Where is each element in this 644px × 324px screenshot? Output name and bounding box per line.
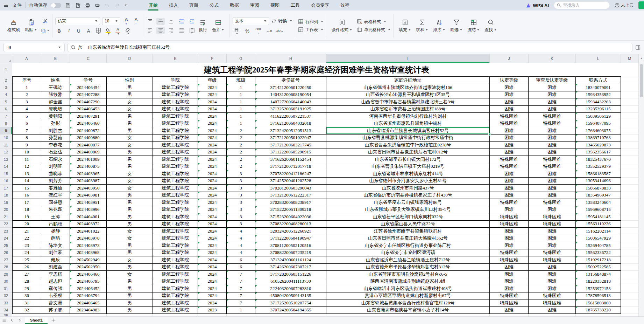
table-header-cell[interactable]: 班级 <box>227 76 255 84</box>
cell[interactable]: 山东省德州市平原县张华镇郑官屯村312号 <box>326 264 490 271</box>
cell[interactable]: 山东省临沂市河东区汤头街道崔家疃村408号 <box>326 285 490 292</box>
cell[interactable]: 3 <box>227 206 255 214</box>
cell[interactable]: 困难 <box>490 149 529 156</box>
cloud-status[interactable]: 未上云 <box>615 2 634 8</box>
cell[interactable]: 28 <box>12 278 41 285</box>
cell[interactable]: 7 <box>12 127 41 135</box>
cell[interactable]: 2024400880 <box>70 135 107 142</box>
cell[interactable]: 郭晓敏 <box>41 106 70 113</box>
cell[interactable]: 建筑工程学院 <box>153 299 198 307</box>
cell[interactable]: 13869710763 <box>576 135 621 142</box>
column-header[interactable]: F <box>198 54 227 63</box>
table-header-cell[interactable]: 身份证号 <box>255 76 326 84</box>
empty-cell[interactable] <box>621 314 638 316</box>
cell[interactable]: 2024406465 <box>70 299 107 307</box>
increase-decimal-button[interactable]: ←.0 <box>265 27 273 35</box>
cell[interactable]: 山东省曹县桃源集镇常庙中街行政村常庙中街 <box>326 135 490 142</box>
cell[interactable]: 371626200601152454 <box>255 156 326 163</box>
cell[interactable]: 特殊困难 <box>490 113 529 120</box>
cell[interactable]: 18325437670 <box>576 156 621 163</box>
cell[interactable]: 2024403951 <box>70 199 107 206</box>
empty-cell[interactable] <box>621 135 638 142</box>
row-header[interactable]: 15 <box>0 170 12 178</box>
empty-cell[interactable] <box>621 120 638 127</box>
cell[interactable]: 6 <box>227 264 255 271</box>
cell[interactable]: 男 <box>107 213 153 221</box>
cell[interactable]: 7 <box>227 278 255 285</box>
cell[interactable]: 12 <box>12 163 41 171</box>
row-header[interactable]: 5 <box>0 98 12 106</box>
redo-icon[interactable] <box>114 2 120 8</box>
font-size-select[interactable]: 10 <box>102 17 120 25</box>
cell[interactable]: 2024403968 <box>70 249 107 257</box>
cell[interactable]: 山东省曹县朱洪庙镇王大庙村0219号 <box>326 163 490 171</box>
column-header[interactable]: K <box>529 54 576 63</box>
cell[interactable]: 2024403972 <box>70 221 107 228</box>
column-header[interactable]: C <box>70 54 107 63</box>
cell[interactable]: 朱兆磊 <box>41 206 70 214</box>
cell[interactable]: 2 <box>227 156 255 163</box>
cell[interactable]: 2024502949 <box>70 256 107 264</box>
cell[interactable]: 2024 <box>198 84 227 91</box>
cell[interactable]: 2024403950 <box>70 185 107 192</box>
cell[interactable]: 困难 <box>529 278 576 285</box>
cell[interactable]: 建筑工程学院 <box>153 113 198 120</box>
cell[interactable]: 男 <box>107 307 153 314</box>
row-header[interactable]: 3 <box>0 84 12 91</box>
cell[interactable]: 困难 <box>490 264 529 271</box>
column-header[interactable]: E <box>153 54 198 63</box>
copy-button[interactable] <box>41 27 49 34</box>
cell[interactable]: 7 <box>227 285 255 292</box>
cell[interactable]: 4 <box>227 228 255 235</box>
cell[interactable]: 371321200612222317 <box>255 192 326 199</box>
row-header[interactable]: 2 <box>0 76 12 84</box>
cell[interactable]: 17878596513 <box>576 292 621 300</box>
cell[interactable]: 2024 <box>198 292 227 300</box>
tab-view[interactable]: 视图 <box>270 0 280 10</box>
underline-button[interactable]: U <box>75 27 83 35</box>
cell[interactable]: 10 <box>12 149 41 156</box>
global-search[interactable] <box>554 1 610 9</box>
cell[interactable]: 山东省诸城市林家村镇东红村414号 <box>326 170 490 178</box>
cell[interactable]: 2024 <box>198 142 227 149</box>
cell[interactable]: 2024 <box>198 242 227 249</box>
fx-icon[interactable]: fx <box>78 44 82 50</box>
cell[interactable]: 32 <box>12 307 41 314</box>
cell[interactable]: 2024406794 <box>70 292 107 300</box>
cell[interactable]: 2024406460 <box>70 120 107 127</box>
cell[interactable]: 建筑工程学院 <box>153 235 198 242</box>
cell[interactable]: 山东省日照市莒县夏庄镇大略疃村362号 <box>326 235 490 242</box>
cell[interactable]: 石亚达 <box>41 149 70 156</box>
search-input[interactable] <box>563 3 601 8</box>
cell[interactable]: 陕西省渭南市蒲城县荆姚镇赵家村3组 <box>326 278 490 285</box>
cell[interactable]: 建筑工程学院 <box>153 127 198 135</box>
align-right-button[interactable] <box>167 27 175 34</box>
cell[interactable]: 特殊困难 <box>529 221 576 228</box>
cell[interactable]: 困难 <box>490 271 529 278</box>
align-left-button[interactable] <box>146 27 154 34</box>
table-header-cell[interactable]: 姓名 <box>41 76 70 84</box>
cell[interactable]: 特殊困难 <box>490 299 529 307</box>
row-header[interactable]: 8 <box>0 120 12 127</box>
cell[interactable]: 2024 <box>198 235 227 242</box>
cut-button[interactable] <box>41 18 49 25</box>
row-header[interactable]: 21 <box>0 213 12 221</box>
vertical-scrollbar[interactable]: ▲ <box>638 54 644 316</box>
empty-cell[interactable] <box>621 235 638 242</box>
cell[interactable]: 建筑工程学院 <box>153 149 198 156</box>
row-header[interactable]: 28 <box>0 264 12 271</box>
cell[interactable]: 山东省临沂市费县上冶镇国庄村188号 <box>326 106 490 113</box>
cell[interactable]: 371122200604190947 <box>255 235 326 242</box>
cell[interactable]: 6 <box>227 256 255 264</box>
cell[interactable]: 2024406452 <box>70 285 107 292</box>
cell[interactable]: 2024 <box>198 120 227 127</box>
row-header[interactable]: 19 <box>0 199 12 206</box>
cell[interactable]: 13552529379 <box>576 163 621 171</box>
cell[interactable]: 7 <box>227 292 255 300</box>
cell[interactable]: 困难 <box>529 285 576 292</box>
cell[interactable]: 371621200604032018 <box>255 120 326 127</box>
cell[interactable]: 15934432263 <box>576 98 621 106</box>
decrease-decimal-button[interactable]: .00→ <box>276 27 284 35</box>
empty-cell[interactable] <box>621 142 638 149</box>
worksheet-button[interactable]: 工作表 <box>298 27 323 33</box>
